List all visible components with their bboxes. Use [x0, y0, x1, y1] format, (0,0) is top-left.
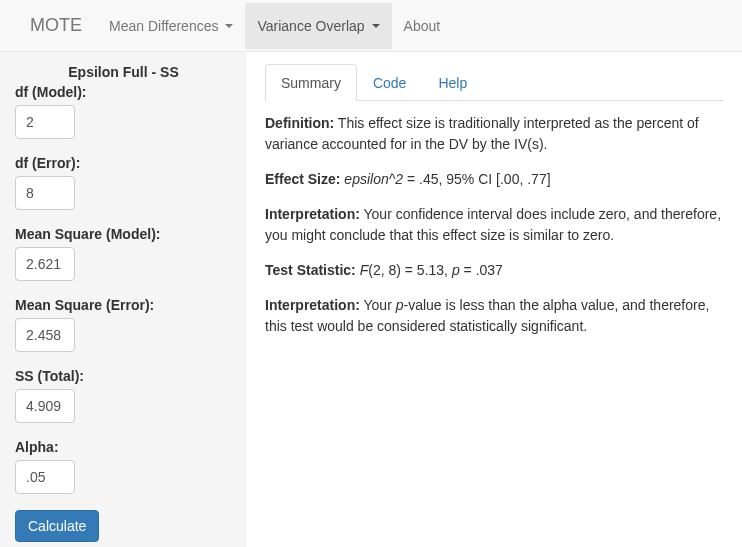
effectsize-stat: epsilon^2 [344, 171, 403, 187]
input-ss-total[interactable] [15, 389, 75, 423]
interpretation2-p: p [396, 297, 404, 313]
summary-content: Definition: This effect size is traditio… [265, 113, 724, 337]
tab-summary[interactable]: Summary [265, 64, 357, 101]
navbar-brand[interactable]: MOTE [15, 0, 97, 51]
label-df-error: df (Error): [15, 155, 232, 171]
nav-label: About [404, 18, 441, 34]
teststat-p: p [452, 262, 460, 278]
interpretation2-pre: Your [360, 297, 396, 313]
input-alpha[interactable] [15, 460, 75, 494]
nav-variance-overlap[interactable]: Variance Overlap [245, 3, 391, 49]
chevron-down-icon [225, 24, 233, 28]
label-ss-total: SS (Total): [15, 368, 232, 384]
nav-label: Mean Differences [109, 18, 218, 34]
effectsize-label: Effect Size: [265, 171, 340, 187]
tab-code[interactable]: Code [357, 64, 422, 101]
nav-about[interactable]: About [392, 3, 453, 49]
main-panel: Summary Code Help Definition: This effec… [247, 52, 742, 547]
input-df-error[interactable] [15, 176, 75, 210]
definition-row: Definition: This effect size is traditio… [265, 113, 724, 155]
teststat-rest: = .037 [460, 262, 503, 278]
interpretation2-label: Interpretation: [265, 297, 360, 313]
interpretation1-label: Interpretation: [265, 206, 360, 222]
teststat-row: Test Statistic: F(2, 8) = 5.13, p = .037 [265, 260, 724, 281]
interpretation2-row: Interpretation: Your p-value is less tha… [265, 295, 724, 337]
effectsize-rest: = .45, 95% CI [.00, .77] [403, 171, 550, 187]
sidebar-title: Epsilon Full - SS [15, 64, 232, 80]
calculate-button[interactable]: Calculate [15, 510, 99, 542]
tabs: Summary Code Help [265, 64, 724, 101]
label-alpha: Alpha: [15, 439, 232, 455]
interpretation1-row: Interpretation: Your confidence interval… [265, 204, 724, 246]
definition-label: Definition: [265, 115, 334, 131]
tab-help[interactable]: Help [422, 64, 483, 101]
input-ms-model[interactable] [15, 247, 75, 281]
label-ms-error: Mean Square (Error): [15, 297, 232, 313]
nav-mean-differences[interactable]: Mean Differences [97, 3, 245, 49]
teststat-mid: (2, 8) = 5.13, [368, 262, 452, 278]
label-ms-model: Mean Square (Model): [15, 226, 232, 242]
teststat-F: F [360, 262, 369, 278]
input-df-model[interactable] [15, 105, 75, 139]
input-ms-error[interactable] [15, 318, 75, 352]
navbar: MOTE Mean Differences Variance Overlap A… [0, 0, 742, 52]
sidebar: Epsilon Full - SS df (Model): df (Error)… [0, 52, 247, 547]
effectsize-row: Effect Size: epsilon^2 = .45, 95% CI [.0… [265, 169, 724, 190]
chevron-down-icon [372, 24, 380, 28]
label-df-model: df (Model): [15, 84, 232, 100]
nav-label: Variance Overlap [257, 18, 364, 34]
teststat-label: Test Statistic: [265, 262, 356, 278]
